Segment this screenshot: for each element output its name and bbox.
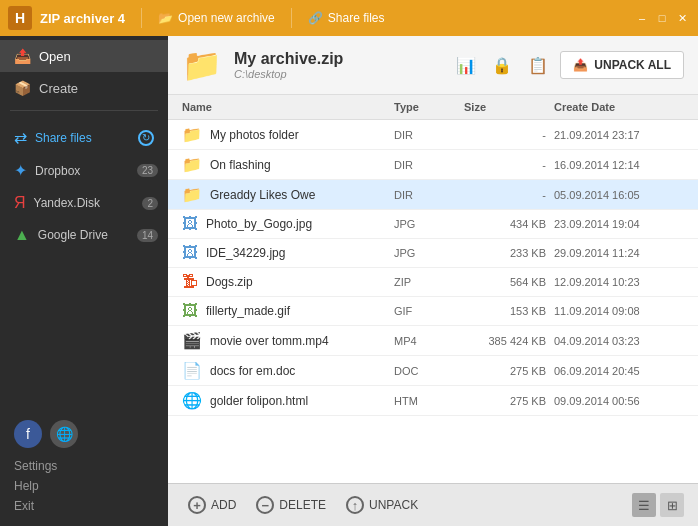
share-files-header-btn[interactable]: 🔗 Share files	[300, 7, 393, 29]
content-area: 📁 My archive.zip C:\desktop 📊 🔒 📋 📤 UNPA…	[168, 36, 698, 526]
close-btn[interactable]: ✕	[674, 10, 690, 26]
file-date: 05.09.2014 16:05	[554, 189, 684, 201]
titlebar: H ZIP archiver 4 📂 Open new archive 🔗 Sh…	[0, 0, 698, 36]
bottom-toolbar: + ADD − DELETE ↑ UNPACK ☰ ⊞	[168, 483, 698, 526]
file-size: 385 424 KB	[464, 335, 554, 347]
sidebar-item-create[interactable]: 📦 Create	[0, 72, 168, 104]
file-date: 04.09.2014 03:23	[554, 335, 684, 347]
file-size: -	[464, 189, 554, 201]
lock-icon[interactable]: 🔒	[488, 52, 516, 79]
file-name: IDE_34229.jpg	[206, 246, 285, 260]
maximize-btn[interactable]: □	[654, 10, 670, 26]
sidebar-dropbox-label: Dropbox	[35, 164, 80, 178]
file-size: -	[464, 129, 554, 141]
col-name: Name	[182, 101, 394, 113]
file-size: 275 KB	[464, 365, 554, 377]
table-row[interactable]: 🖼 fillerty_made.gif GIF 153 KB 11.09.201…	[168, 297, 698, 326]
yandex-badge: 2	[142, 197, 158, 210]
file-date: 06.09.2014 20:45	[554, 365, 684, 377]
sidebar-item-yandex[interactable]: Я Yandex.Disk 2	[0, 187, 168, 219]
file-type: GIF	[394, 305, 464, 317]
sidebar-divider	[10, 110, 158, 111]
file-type: DIR	[394, 159, 464, 171]
file-type: JPG	[394, 247, 464, 259]
list-view-btn[interactable]: ☰	[632, 493, 656, 517]
file-date: 29.09.2014 11:24	[554, 247, 684, 259]
file-size: 434 KB	[464, 218, 554, 230]
sidebar-item-gdrive[interactable]: ▲ Google Drive 14	[0, 219, 168, 251]
window-controls: – □ ✕	[634, 10, 690, 26]
file-icon: 📁	[182, 125, 202, 144]
file-icon: 🖼	[182, 302, 198, 320]
file-icon: 📁	[182, 185, 202, 204]
file-type: DOC	[394, 365, 464, 377]
archive-name: My archive.zip	[234, 50, 440, 68]
view-toggle: ☰ ⊞	[632, 493, 684, 517]
col-date: Create Date	[554, 101, 684, 113]
sidebar-cloud-section: ⇄ Share files ↻ ✦ Dropbox 23 Я Yandex.Di…	[0, 117, 168, 255]
file-name: Dogs.zip	[206, 275, 253, 289]
table-row[interactable]: 🌐 golder folipon.html HTM 275 KB 09.09.2…	[168, 386, 698, 416]
table-row[interactable]: 📄 docs for em.doc DOC 275 KB 06.09.2014 …	[168, 356, 698, 386]
help-link[interactable]: Help	[14, 476, 154, 496]
file-name: My photos folder	[210, 128, 299, 142]
file-date: 21.09.2014 23:17	[554, 129, 684, 141]
file-type: ZIP	[394, 276, 464, 288]
info-icon[interactable]: 📋	[524, 52, 552, 79]
unpack-all-icon: 📤	[573, 58, 588, 72]
dropbox-badge: 23	[137, 164, 158, 177]
archive-header: 📁 My archive.zip C:\desktop 📊 🔒 📋 📤 UNPA…	[168, 36, 698, 95]
exit-link[interactable]: Exit	[14, 496, 154, 516]
web-icon[interactable]: 🌐	[50, 420, 78, 448]
table-row[interactable]: 📁 My photos folder DIR - 21.09.2014 23:1…	[168, 120, 698, 150]
file-icon: 🌐	[182, 391, 202, 410]
grid-view-btn[interactable]: ⊞	[660, 493, 684, 517]
archive-path: C:\desktop	[234, 68, 440, 80]
file-date: 11.09.2014 09:08	[554, 305, 684, 317]
facebook-icon[interactable]: f	[14, 420, 42, 448]
file-icon: 📁	[182, 155, 202, 174]
table-row[interactable]: 🖼 Photo_by_Gogo.jpg JPG 434 KB 23.09.201…	[168, 210, 698, 239]
file-size: 564 KB	[464, 276, 554, 288]
archive-folder-icon: 📁	[182, 46, 222, 84]
dropbox-icon: ✦	[14, 161, 27, 180]
col-size: Size	[464, 101, 554, 113]
unpack-icon: ↑	[346, 496, 364, 514]
sidebar-item-dropbox[interactable]: ✦ Dropbox 23	[0, 154, 168, 187]
create-icon: 📦	[14, 80, 31, 96]
file-name: golder folipon.html	[210, 394, 308, 408]
open-archive-icon: 📂	[158, 11, 173, 25]
stats-icon[interactable]: 📊	[452, 52, 480, 79]
delete-btn[interactable]: − DELETE	[250, 492, 332, 518]
gdrive-icon: ▲	[14, 226, 30, 244]
unpack-all-label: UNPACK ALL	[594, 58, 671, 72]
file-name: docs for em.doc	[210, 364, 295, 378]
file-date: 12.09.2014 10:23	[554, 276, 684, 288]
sidebar-yandex-label: Yandex.Disk	[34, 196, 100, 210]
file-date: 09.09.2014 00:56	[554, 395, 684, 407]
app-title: ZIP archiver 4	[40, 11, 125, 26]
col-type: Type	[394, 101, 464, 113]
file-name: movie over tomm.mp4	[210, 334, 329, 348]
table-row[interactable]: 🎬 movie over tomm.mp4 MP4 385 424 KB 04.…	[168, 326, 698, 356]
table-row[interactable]: 📁 Greaddy Likes Owe DIR - 05.09.2014 16:…	[168, 180, 698, 210]
sidebar: 📤 Open 📦 Create ⇄ Share files ↻ ✦ Dropbo…	[0, 36, 168, 526]
add-btn[interactable]: + ADD	[182, 492, 242, 518]
sidebar-item-open[interactable]: 📤 Open	[0, 40, 168, 72]
sync-icon[interactable]: ↻	[138, 130, 154, 146]
table-body: 📁 My photos folder DIR - 21.09.2014 23:1…	[168, 120, 698, 416]
minimize-btn[interactable]: –	[634, 10, 650, 26]
table-row[interactable]: 🖼 IDE_34229.jpg JPG 233 KB 29.09.2014 11…	[168, 239, 698, 268]
sidebar-footer: f 🌐 Settings Help Exit	[0, 410, 168, 526]
table-row[interactable]: 🗜 Dogs.zip ZIP 564 KB 12.09.2014 10:23	[168, 268, 698, 297]
app-logo: H	[8, 6, 32, 30]
table-row[interactable]: 📁 On flashing DIR - 16.09.2014 12:14	[168, 150, 698, 180]
unpack-btn[interactable]: ↑ UNPACK	[340, 492, 424, 518]
sidebar-item-sharefiles[interactable]: ⇄ Share files ↻	[0, 121, 168, 154]
open-archive-btn[interactable]: 📂 Open new archive	[150, 7, 283, 29]
main-layout: 📤 Open 📦 Create ⇄ Share files ↻ ✦ Dropbo…	[0, 36, 698, 526]
add-icon: +	[188, 496, 206, 514]
file-size: 275 KB	[464, 395, 554, 407]
settings-link[interactable]: Settings	[14, 456, 154, 476]
unpack-all-btn[interactable]: 📤 UNPACK ALL	[560, 51, 684, 79]
